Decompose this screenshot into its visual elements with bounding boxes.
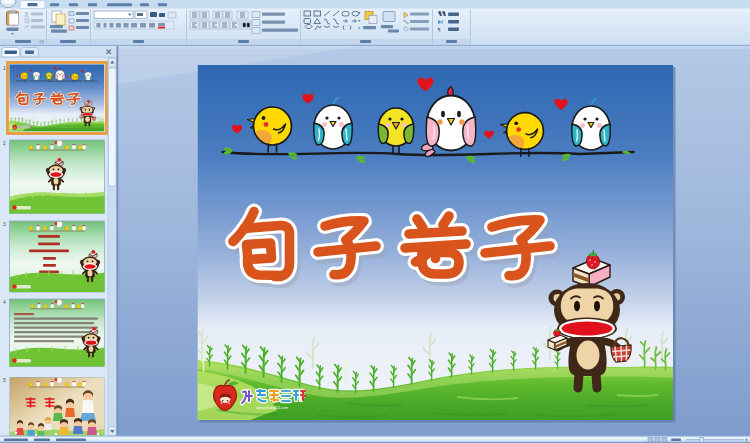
svg-text:3: 3 xyxy=(3,221,6,227)
svg-text:2: 2 xyxy=(3,140,6,146)
svg-text:5: 5 xyxy=(3,377,6,383)
svg-text:4: 4 xyxy=(3,299,6,305)
svg-text:ziyuan.baby611.com: ziyuan.baby611.com xyxy=(256,406,289,410)
svg-text:1: 1 xyxy=(3,65,6,71)
